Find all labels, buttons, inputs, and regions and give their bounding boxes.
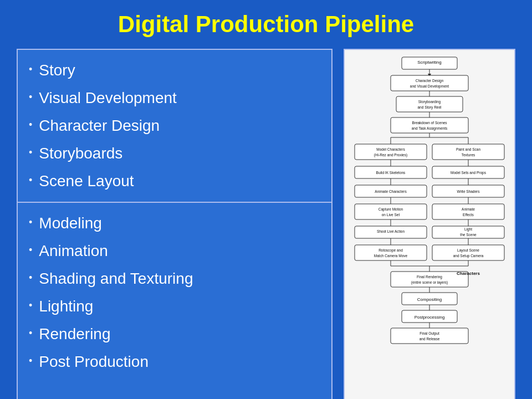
bullet-icon: • xyxy=(29,117,32,132)
svg-text:Final Output: Final Output xyxy=(420,331,439,336)
bullet-icon: • xyxy=(29,145,32,160)
svg-rect-41 xyxy=(432,204,504,219)
svg-rect-73 xyxy=(391,328,468,344)
list-section-1: • Story • Visual Development • Character… xyxy=(18,50,331,203)
svg-text:and Setup Camera: and Setup Camera xyxy=(453,254,484,258)
bullet-icon: • xyxy=(29,354,32,369)
svg-rect-3 xyxy=(391,75,468,91)
list-item: • Post Production xyxy=(29,348,320,376)
svg-text:Match Camera Move: Match Camera Move xyxy=(374,254,408,258)
svg-text:Model Sets and Props: Model Sets and Props xyxy=(451,171,487,175)
svg-text:Breakdown of Scenes: Breakdown of Scenes xyxy=(412,121,447,125)
pipeline-diagram: Scriptwriting Character Design and Visua… xyxy=(349,54,510,399)
page-title: Digital Production Pipeline xyxy=(118,11,414,38)
svg-text:(entire scene or layers): (entire scene or layers) xyxy=(411,280,448,285)
bullet-icon: • xyxy=(29,173,32,188)
item-visual-dev: Visual Development xyxy=(39,86,177,110)
content-area: • Story • Visual Development • Character… xyxy=(17,49,515,399)
svg-text:Paint and Scan: Paint and Scan xyxy=(456,147,480,151)
list-item: • Scene Layout xyxy=(29,167,320,195)
svg-text:Character Design: Character Design xyxy=(416,79,444,83)
svg-rect-18 xyxy=(355,144,427,160)
item-modeling: Modeling xyxy=(39,212,102,235)
bullet-icon: • xyxy=(29,298,32,313)
list-item: • Shading and Texturing xyxy=(29,265,320,293)
bullet-icon: • xyxy=(29,62,32,77)
list-item: • Visual Development xyxy=(29,84,320,112)
bullet-icon: • xyxy=(29,243,32,258)
list-item: • Storyboards xyxy=(29,140,320,167)
svg-text:Capture Motion: Capture Motion xyxy=(378,207,403,212)
svg-text:Animate: Animate xyxy=(462,207,475,211)
svg-rect-56 xyxy=(432,245,504,260)
svg-rect-38 xyxy=(355,204,427,219)
item-char-design: Character Design xyxy=(39,114,160,137)
list-panel: • Story • Visual Development • Character… xyxy=(17,49,332,399)
item-rendering: Rendering xyxy=(39,323,110,346)
bullet-icon: • xyxy=(29,215,32,230)
item-lighting: Lighting xyxy=(39,295,93,318)
svg-text:(Hi-Rez and Proxies): (Hi-Rez and Proxies) xyxy=(374,153,407,157)
svg-text:Characters: Characters xyxy=(457,271,480,276)
item-animation: Animation xyxy=(39,239,108,263)
bullet-icon: • xyxy=(29,90,32,105)
list-item: • Rendering xyxy=(29,320,320,348)
svg-text:the Scene: the Scene xyxy=(460,233,477,237)
svg-text:Layout Scene: Layout Scene xyxy=(457,248,479,253)
svg-text:and Release: and Release xyxy=(420,337,440,341)
bullet-icon: • xyxy=(29,270,32,285)
svg-text:Shoot Live Action: Shoot Live Action xyxy=(377,229,405,233)
svg-text:and Visual Development: and Visual Development xyxy=(410,84,449,89)
svg-text:Build IK Skeletons: Build IK Skeletons xyxy=(376,171,406,175)
svg-rect-21 xyxy=(432,144,504,160)
list-item: • Story xyxy=(29,57,320,84)
svg-text:Textures: Textures xyxy=(462,153,475,157)
svg-text:Scriptwriting: Scriptwriting xyxy=(417,60,442,65)
svg-text:Storyboarding: Storyboarding xyxy=(418,100,441,104)
item-scene-layout: Scene Layout xyxy=(39,170,134,193)
list-section-2: • Modeling • Animation • Shading and Tex… xyxy=(18,203,331,399)
svg-rect-11 xyxy=(391,117,468,133)
svg-text:and Task Assignments: and Task Assignments xyxy=(412,126,448,131)
svg-text:Rotoscope and: Rotoscope and xyxy=(378,248,403,253)
item-story: Story xyxy=(39,59,75,82)
item-shading: Shading and Texturing xyxy=(39,267,193,290)
item-storyboards: Storyboards xyxy=(39,142,122,165)
svg-text:Effects: Effects xyxy=(463,213,474,217)
item-post-prod: Post Production xyxy=(39,350,149,374)
svg-text:Write Shaders: Write Shaders xyxy=(457,190,480,193)
svg-text:Postprocessing: Postprocessing xyxy=(415,315,445,320)
list-item: • Animation xyxy=(29,237,320,265)
bullet-icon: • xyxy=(29,326,32,341)
svg-text:Final Rendering: Final Rendering xyxy=(417,275,442,279)
diagram-panel: Scriptwriting Character Design and Visua… xyxy=(344,49,515,399)
svg-text:and Story Reel: and Story Reel xyxy=(418,105,442,110)
svg-rect-53 xyxy=(355,245,427,260)
svg-text:on Live Set: on Live Set xyxy=(382,213,400,217)
svg-text:Light: Light xyxy=(464,227,472,232)
svg-text:Model Characters: Model Characters xyxy=(376,147,405,151)
svg-text:Animate Characters: Animate Characters xyxy=(375,190,407,193)
svg-rect-7 xyxy=(396,96,463,112)
svg-text:Compositing: Compositing xyxy=(417,297,442,302)
list-item: • Character Design xyxy=(29,112,320,140)
list-item: • Lighting xyxy=(29,293,320,320)
list-item: • Modeling xyxy=(29,209,320,237)
